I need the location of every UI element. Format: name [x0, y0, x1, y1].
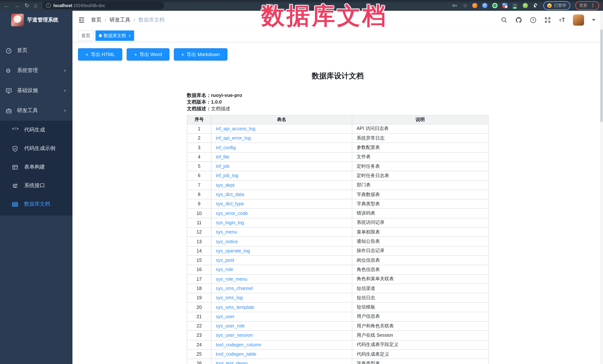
table-name-cell: sys_sms_template [211, 303, 352, 312]
table-row: 10 sys_error_code 错误码表 [187, 209, 488, 218]
table-name-link[interactable]: sys_role [216, 267, 233, 272]
row-index: 24 [187, 340, 211, 350]
row-index: 11 [187, 218, 211, 228]
table-name-link[interactable]: inf_file [216, 154, 229, 160]
breadcrumb-current: 数据库文档 [139, 17, 165, 23]
row-index: 5 [187, 162, 211, 171]
sidebar-item-system[interactable]: ⚙ 系统管理 ∨ [0, 61, 72, 81]
table-desc-cell: 字典数据表 [352, 190, 488, 199]
extension-sprout-icon[interactable] [523, 3, 528, 8]
user-avatar[interactable] [573, 14, 584, 26]
toolbox-icon [6, 108, 12, 114]
table-name-cell: sys_dept [211, 180, 352, 190]
extension-tampermonkey-icon[interactable]: on [512, 3, 518, 8]
table-name-link[interactable]: sys_dept [216, 182, 234, 188]
breadcrumb-home[interactable]: 首页 [91, 17, 101, 23]
table-name-cell: sys_error_code [211, 209, 352, 218]
table-name-link[interactable]: sys_sms_log [216, 295, 243, 300]
table-name-link[interactable]: inf_api_access_log [216, 126, 255, 132]
table-name-link[interactable]: sys_dict_type [216, 201, 244, 207]
update-chip[interactable]: 更新 ⋮ [575, 1, 599, 10]
row-index: 20 [187, 303, 211, 312]
table-name-link[interactable]: sys_notice [216, 239, 238, 244]
table-name-link[interactable]: tool_codegen_column [216, 342, 261, 347]
sidebar-item-api[interactable]: 系统接口 [0, 176, 72, 195]
scrollbar-thumb[interactable] [600, 29, 603, 122]
caret-down-icon[interactable] [592, 19, 596, 21]
table-desc-cell: 用户和角色关联表 [352, 321, 488, 331]
table-name-link[interactable]: sys_user_role [216, 323, 245, 329]
table-name-link[interactable]: tool_codegen_table [216, 352, 256, 357]
table-name-link[interactable]: sys_sms_channel [216, 286, 253, 291]
back-icon[interactable]: ← [4, 3, 9, 8]
row-index: 17 [187, 274, 211, 284]
table-name-cell: tool_codegen_table [211, 350, 352, 359]
browser-menu-icon[interactable]: ⋮ [590, 3, 595, 8]
export-markdown-button[interactable]: + 导出 Markdown [174, 48, 227, 61]
app-frame: 芋道管理系统 首页 ⚙ 系统管理 ∨ 基础设施 ∨ [0, 11, 603, 364]
extension-orange-icon[interactable] [472, 3, 477, 8]
sidebar-item-infra[interactable]: 基础设施 ∨ [0, 81, 72, 101]
key-icon[interactable] [452, 2, 458, 8]
table-desc-cell: 系统访问记录 [352, 218, 488, 228]
sidebar-item-form-builder[interactable]: 表单构建 [0, 158, 72, 176]
bookmark-star-icon[interactable]: ☆ [463, 3, 467, 8]
paused-label: 已暂停 [554, 3, 566, 8]
table-name-link[interactable]: sys_role_menu [216, 276, 247, 282]
table-name-link[interactable]: sys_login_log [216, 220, 244, 225]
extension-green-check-icon[interactable] [492, 3, 498, 8]
table-name-link[interactable]: sys_sms_template [216, 305, 254, 310]
tag-db-doc[interactable]: 数据库文档 × [95, 31, 134, 41]
github-icon[interactable] [515, 17, 522, 23]
collapse-sidebar-icon[interactable] [78, 16, 85, 24]
site-info-icon[interactable]: i [46, 3, 51, 8]
close-icon[interactable]: × [128, 33, 131, 38]
extension-blue-icon[interactable] [482, 3, 487, 8]
address-bar[interactable]: i localhost:1024/tool/db-doc [42, 1, 164, 9]
table-name-link[interactable]: sys_dict_data [216, 192, 244, 197]
home-icon[interactable]: ⌂ [34, 3, 37, 8]
table-name-link[interactable]: sys_post [216, 258, 234, 263]
breadcrumb-devtools[interactable]: 研发工具 [110, 17, 130, 23]
export-html-button[interactable]: + 导出 HTML [78, 48, 122, 61]
table-name-link[interactable]: sys_error_code [216, 211, 248, 216]
table-name-link[interactable]: inf_api_error_log [216, 136, 251, 141]
sidebar-menu: 首页 ⚙ 系统管理 ∨ 基础设施 ∨ 研发工具 ∧ [0, 41, 72, 216]
export-word-button[interactable]: + 导出 Word [127, 48, 169, 61]
row-index: 14 [187, 246, 211, 256]
table-name-link[interactable]: sys_menu [216, 230, 237, 235]
table-desc-cell: 短信日志 [352, 293, 488, 303]
page-scrollbar[interactable] [600, 11, 603, 364]
tag-home[interactable]: 首页 [78, 31, 94, 41]
table-desc-cell: 定时任务表 [352, 162, 488, 171]
sidebar-item-label: 数据库文档 [24, 201, 50, 208]
svg-text:?: ? [532, 18, 534, 22]
fullscreen-icon[interactable] [545, 17, 551, 23]
table-desc-cell: 菜单权限表 [352, 227, 488, 237]
paused-chip[interactable]: 已暂停 [543, 1, 570, 10]
table-desc-cell: 操作日志记录 [352, 246, 488, 256]
help-icon[interactable]: ? [530, 17, 537, 23]
table-name-link[interactable]: inf_job [216, 164, 230, 169]
table-name-link[interactable]: sys_user [216, 314, 234, 319]
table-name-link[interactable]: inf_config [216, 145, 236, 150]
extensions-puzzle-icon[interactable] [533, 3, 538, 8]
table-desc-cell: 系统异常日志 [352, 133, 488, 143]
logo-row[interactable]: 芋道管理系统 [0, 11, 72, 29]
search-icon[interactable] [501, 17, 508, 23]
forward-icon[interactable]: → [14, 3, 20, 8]
sidebar-item-db-doc[interactable]: 数据库文档 [0, 195, 72, 213]
table-name-link[interactable]: sys_user_session [216, 333, 253, 338]
table-name-link[interactable]: inf_job_log [216, 173, 238, 178]
sidebar-item-codegen-demo[interactable]: 代码生成示例 [0, 139, 72, 158]
meta-doc-version: 文档版本：1.0.0 [187, 99, 488, 105]
reload-icon[interactable]: ↻ [24, 3, 29, 8]
sidebar-item-home[interactable]: 首页 [0, 41, 72, 61]
table-name-link[interactable]: tool_test_demo [216, 361, 248, 364]
sidebar-item-devtools[interactable]: 研发工具 ∧ [0, 101, 72, 121]
table-row: 15 sys_post 岗位信息表 [187, 256, 488, 265]
font-size-icon[interactable]: TT [559, 17, 565, 23]
table-name-link[interactable]: sys_operate_log [216, 248, 250, 254]
extension-grid-icon[interactable] [502, 3, 508, 8]
sidebar-item-codegen[interactable]: </> 代码生成 [0, 121, 72, 139]
